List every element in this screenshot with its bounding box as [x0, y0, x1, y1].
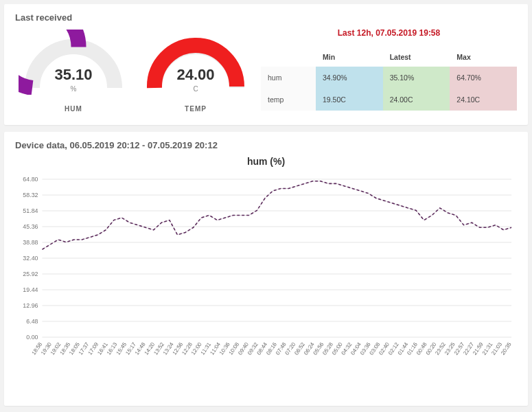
svg-text:38.88: 38.88 [23, 239, 38, 246]
gauge-temp-value: 24.00 [137, 66, 254, 84]
svg-text:6.48: 6.48 [26, 318, 38, 325]
svg-text:32.40: 32.40 [23, 255, 38, 262]
device-data-title: Device data, 06.05.2019 20:12 - 07.05.20… [15, 140, 517, 150]
device-data-card: Device data, 06.05.2019 20:12 - 07.05.20… [4, 132, 528, 406]
col-latest: Latest [383, 47, 450, 67]
summary-table: Min Latest Max hum 34.90% 35.10% 64.70% … [261, 47, 517, 111]
gauge-hum-value: 35.10 [15, 66, 132, 84]
last-received-title: Last received [15, 12, 517, 23]
last-received-card: Last received 35.10 % HUM [4, 4, 528, 125]
row-temp-max: 24.10C [450, 89, 517, 111]
row-hum-max: 64.70% [450, 67, 517, 89]
table-header-row: Min Latest Max [261, 47, 517, 67]
svg-text:25.92: 25.92 [23, 271, 38, 277]
summary-column: Last 12h, 07.05.2019 19:58 Min Latest Ma… [261, 28, 517, 111]
row-temp-latest: 24.00C [383, 89, 450, 111]
svg-text:20:35: 20:35 [500, 341, 513, 356]
gauge-temp: 24.00 C TEMP [137, 28, 254, 113]
gauges-row: 35.10 % HUM 24.00 C TEMP [15, 28, 254, 113]
svg-text:0.00: 0.00 [26, 334, 38, 341]
svg-text:45.36: 45.36 [23, 223, 38, 230]
col-max: Max [450, 47, 517, 67]
svg-text:64.80: 64.80 [23, 176, 38, 183]
line-chart-svg: 0.006.4812.9619.4425.9232.4038.8845.3651… [15, 174, 517, 366]
svg-text:51.84: 51.84 [23, 207, 38, 214]
row-hum-min: 34.90% [316, 67, 383, 89]
svg-text:12.96: 12.96 [23, 302, 38, 309]
gauge-hum-name: HUM [15, 105, 132, 113]
row-temp-min: 19.50C [316, 89, 383, 111]
table-row: hum 34.90% 35.10% 64.70% [261, 67, 517, 89]
line-chart: 0.006.4812.9619.4425.9232.4038.8845.3651… [15, 174, 517, 393]
row-hum-label: hum [261, 67, 316, 89]
gauge-hum: 35.10 % HUM [15, 28, 132, 113]
chart-title: hum (%) [15, 156, 517, 167]
svg-text:19.44: 19.44 [23, 286, 38, 293]
summary-title: Last 12h, 07.05.2019 19:58 [261, 28, 517, 38]
gauge-temp-name: TEMP [137, 105, 254, 113]
row-hum-latest: 35.10% [383, 67, 450, 89]
table-row: temp 19.50C 24.00C 24.10C [261, 89, 517, 111]
row-temp-label: temp [261, 89, 316, 111]
svg-text:58.32: 58.32 [23, 192, 38, 198]
col-min: Min [316, 47, 383, 67]
